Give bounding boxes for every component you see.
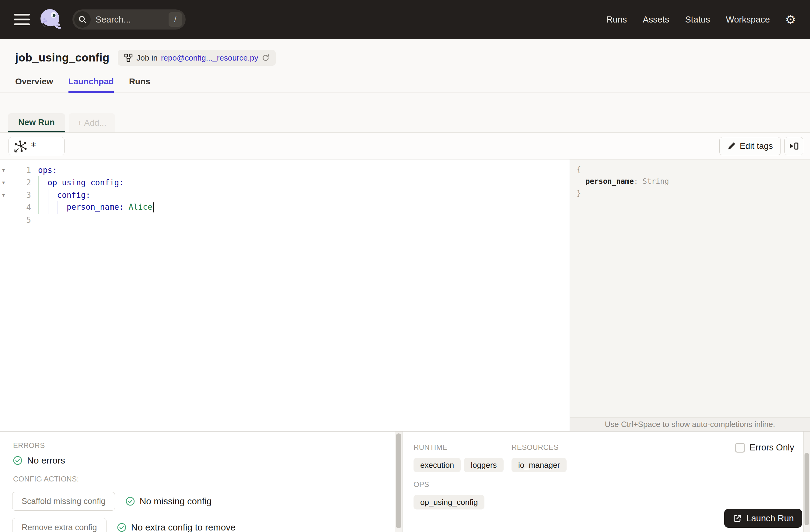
errors-only-toggle: Errors Only [735,442,794,453]
job-tabs: Overview Launchpad Runs [0,77,810,93]
runtime-group: RUNTIME execution loggers [414,443,512,472]
launch-run-button[interactable]: Launch Run [724,509,802,528]
launchpad-config-tabs: New Run + Add... [0,105,810,133]
play-pane-icon [789,142,799,151]
tab-runs[interactable]: Runs [129,77,150,93]
line-number: 2 [9,178,31,187]
run-config-summary-panel: RUNTIME execution loggers RESOURCES io_m… [403,432,810,532]
launchpad-toolbar: * Edit tags [0,133,810,160]
schema-type: : String [634,177,669,186]
runtime-tag-execution[interactable]: execution [414,458,461,472]
nav-link-runs[interactable]: Runs [606,15,627,25]
reload-repo-icon[interactable] [262,54,270,62]
op-selector-input[interactable]: * [9,137,65,155]
toggle-second-pane-button[interactable] [784,137,803,155]
nav-link-assets[interactable]: Assets [643,15,669,25]
search-shortcut-key: / [168,12,182,27]
line-number: 3 [9,191,31,200]
code-line[interactable]: ▾ 3 config: [0,189,570,201]
op-selector-value: * [31,141,36,151]
check-circle-icon [13,456,22,465]
ops-heading: OPS [414,480,484,489]
gutter-divider [35,160,35,431]
scaffold-missing-config-button[interactable]: Scaffold missing config [12,492,115,511]
errors-only-label: Errors Only [749,442,794,453]
config-tab-new-run[interactable]: New Run [8,113,65,132]
no-missing-config-label: No missing config [140,496,212,506]
yaml-key: person_name: [67,203,124,211]
launch-icon [732,513,742,523]
yaml-value: Alice [128,203,152,211]
check-circle-icon [125,496,135,506]
search-input[interactable]: Search... / [72,10,185,30]
resources-heading: RESOURCES [512,443,610,452]
job-badge-prefix: Job in [136,53,157,63]
fold-arrow-icon[interactable]: ▾ [0,192,9,198]
errors-heading: ERRORS [13,441,45,450]
resources-group: RESOURCES io_manager [512,443,610,472]
yaml-key: ops: [38,165,57,175]
settings-gear-icon[interactable]: ⚙ [785,13,796,26]
line-number: 5 [9,215,31,225]
tab-overview[interactable]: Overview [15,77,53,93]
text-cursor [153,203,154,212]
no-missing-config-status: No missing config [125,496,212,506]
scrollbar-thumb[interactable] [805,453,809,525]
yaml-key: op_using_config: [47,178,124,187]
config-schema-panel: { person_name: String } Use Ctrl+Space t… [570,160,810,431]
dagster-launchpad-page: Search... / Runs Assets Status Workspace… [0,0,810,532]
remove-extra-config-button[interactable]: Remove extra config [12,518,107,532]
runtime-heading: RUNTIME [414,443,512,452]
dagster-logo-icon[interactable] [38,7,63,32]
repo-link[interactable]: repo@config..._resource.py [161,53,258,63]
yaml-config-editor[interactable]: ▾ 1 ops: ▾ 2 op_using_config: ▾ 3 config… [0,160,570,431]
nav-links: Runs Assets Status Workspace [606,15,770,25]
nav-link-status[interactable]: Status [685,15,710,25]
resource-tag-io-manager[interactable]: io_manager [512,458,567,472]
page-title: job_using_config [15,51,109,64]
job-origin-badge: Job in repo@config..._resource.py [118,50,275,66]
indent-guide [38,176,39,214]
code-line[interactable]: 5 [0,214,570,226]
bottom-panel: ERRORS No errors CONFIG ACTIONS: Scaffol… [0,431,810,532]
yaml-key: config: [57,191,91,200]
edit-tags-label: Edit tags [740,141,773,151]
fold-arrow-icon[interactable]: ▾ [0,167,9,174]
no-errors-status: No errors [13,455,65,466]
hamburger-menu-icon[interactable] [14,14,30,25]
no-extra-config-label: No extra config to remove [131,522,236,532]
search-placeholder: Search... [96,15,168,25]
line-number: 1 [9,165,31,175]
right-scrollbar [803,432,810,532]
indent-guide [48,189,48,214]
search-icon [74,11,91,28]
code-line[interactable]: ▾ 2 op_using_config: [0,176,570,189]
schema-open-brace: { [577,164,810,176]
scrollbar-thumb[interactable] [396,433,401,528]
pencil-icon [727,142,736,150]
code-line[interactable]: ▾ 1 ops: [0,164,570,176]
no-extra-config-status: No extra config to remove [117,522,236,532]
op-tag-op-using-config[interactable]: op_using_config [414,495,484,510]
panel-scrollbar [395,432,403,532]
op-selector-icon [13,140,27,152]
code-line[interactable]: 4 person_name:Alice [0,201,570,214]
job-graph-icon [124,53,133,62]
nav-link-workspace[interactable]: Workspace [726,15,770,25]
line-number: 4 [9,203,31,212]
no-errors-label: No errors [27,455,65,466]
ops-group: OPS op_using_config [414,480,484,510]
config-tab-add[interactable]: + Add... [69,113,115,132]
schema-field[interactable]: person_name [585,177,634,186]
fold-arrow-icon[interactable]: ▾ [0,179,9,186]
errors-only-checkbox[interactable] [735,443,745,453]
tab-launchpad[interactable]: Launchpad [68,77,114,93]
errors-panel: ERRORS No errors CONFIG ACTIONS: Scaffol… [0,432,395,532]
edit-tags-button[interactable]: Edit tags [719,137,781,155]
autocomplete-hint: Use Ctrl+Space to show auto-completions … [570,417,810,431]
top-nav: Search... / Runs Assets Status Workspace… [0,0,810,39]
runtime-tag-loggers[interactable]: loggers [464,458,503,472]
schema-close-brace: } [577,188,810,199]
check-circle-icon [117,522,127,532]
launch-run-label: Launch Run [746,513,794,523]
